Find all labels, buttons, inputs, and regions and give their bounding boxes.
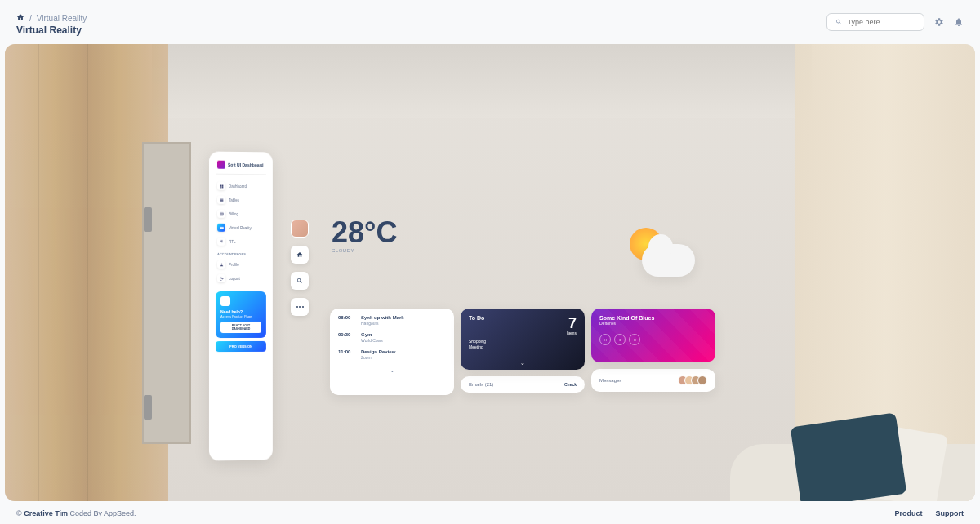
breadcrumb: / Virtual Reality [16, 13, 87, 23]
music-card: Some Kind Of Blues Deftones [591, 309, 715, 362]
page-title: Virtual Reality [16, 24, 87, 36]
next-button[interactable] [629, 334, 640, 345]
home-icon [296, 251, 303, 258]
brand-logo [217, 161, 225, 169]
schedule-item[interactable]: 08:00 Synk up with MarkHangouts [338, 315, 446, 326]
search-icon [835, 18, 843, 26]
todo-card[interactable]: To Do 7Items Shopping Meeting ⌄ [461, 309, 585, 370]
avatar-group [681, 375, 707, 385]
rtl-icon [217, 238, 225, 246]
check-link[interactable]: Check [564, 382, 577, 387]
sidebar-item-tables[interactable]: Tables [216, 193, 266, 207]
music-artist: Deftones [599, 321, 707, 326]
todo-items: Shopping Meeting [469, 339, 577, 350]
more-button[interactable] [291, 298, 309, 316]
product-link[interactable]: Product [894, 509, 922, 517]
help-button[interactable]: React Soft Dashboard [220, 322, 261, 333]
home-icon[interactable] [16, 13, 24, 23]
schedule-item[interactable]: 09:30 GymWorld Class [338, 332, 446, 343]
gear-icon[interactable] [934, 17, 944, 27]
messages-card[interactable]: Messages [591, 369, 715, 392]
todo-title: To Do [469, 315, 484, 321]
tables-icon [217, 196, 225, 204]
schedule-item[interactable]: 11:00 Design ReviewZoom [338, 349, 446, 360]
help-icon [220, 296, 230, 306]
schedule-card: 08:00 Synk up with MarkHangouts 09:30 Gy… [330, 309, 454, 395]
next-icon [633, 338, 637, 342]
sidebar: Soft UI Dashboard Dashboard Tables Billi… [209, 152, 273, 461]
prev-button[interactable] [599, 334, 611, 345]
sidebar-section-label: Account Pages [216, 249, 266, 258]
bell-icon[interactable] [954, 17, 964, 27]
help-card: Need help? Access Product Page React Sof… [216, 291, 266, 338]
footer: © Creative Tim Coded By AppSeed. Product… [0, 503, 980, 524]
sidebar-item-dashboard[interactable]: Dashboard [216, 180, 266, 193]
sidebar-item-logout[interactable]: Logout [216, 272, 266, 285]
dots-icon [296, 306, 304, 308]
sidebar-item-profile[interactable]: Profile [216, 258, 266, 271]
pro-button[interactable]: Pro Version [216, 341, 266, 352]
search-icon [296, 278, 303, 284]
dashboard-icon [217, 182, 225, 190]
chevron-down-icon[interactable]: ⌄ [338, 366, 446, 374]
support-link[interactable]: Support [936, 509, 964, 517]
breadcrumb-current: Virtual Reality [37, 14, 87, 23]
search-button[interactable] [291, 272, 309, 290]
search-input[interactable] [826, 13, 924, 31]
sidebar-item-rtl[interactable]: RTL [216, 235, 266, 248]
home-button[interactable] [291, 246, 309, 264]
music-title: Some Kind Of Blues [599, 315, 707, 321]
play-button[interactable] [614, 334, 626, 345]
todo-count: 7 [567, 315, 577, 332]
vr-icon [217, 224, 225, 232]
weather-widget: 28°C Cloudy [332, 215, 397, 253]
creative-tim-link[interactable]: Creative Tim [24, 509, 68, 517]
profile-icon [217, 260, 225, 269]
prev-icon [604, 338, 608, 342]
sidebar-item-vr[interactable]: Virtual Reality [216, 221, 266, 234]
temperature: 28°C [332, 215, 397, 250]
logout-icon [217, 274, 225, 282]
sidebar-item-billing[interactable]: Billing [216, 207, 266, 220]
chevron-down-icon[interactable]: ⌄ [520, 360, 525, 366]
avatar[interactable] [291, 220, 309, 238]
weather-icon [617, 224, 699, 289]
emails-card[interactable]: Emails (21) Check [461, 376, 585, 393]
vr-scene: Soft UI Dashboard Dashboard Tables Billi… [5, 44, 975, 501]
play-icon [618, 338, 622, 342]
billing-icon [217, 210, 225, 218]
brand-title: Soft UI Dashboard [228, 162, 264, 167]
